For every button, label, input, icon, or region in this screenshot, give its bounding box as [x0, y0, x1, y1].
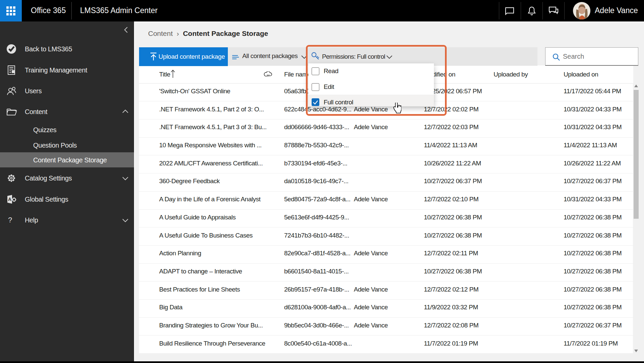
- svg-text:A: A: [8, 197, 11, 202]
